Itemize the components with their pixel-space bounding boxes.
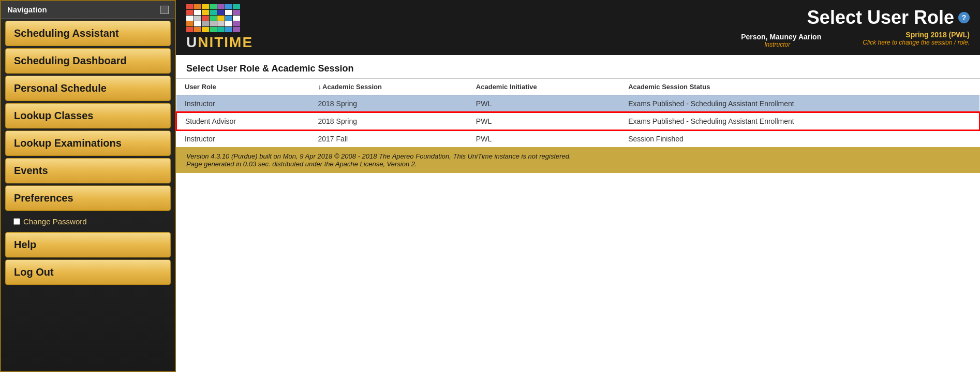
logo-time: TIME [214, 34, 253, 50]
sidebar-item-help[interactable]: Help [5, 232, 171, 257]
logo-blocks [186, 4, 240, 32]
sidebar-item-lookup-examinations[interactable]: Lookup Examinations [5, 131, 171, 156]
cell-academic-session: 2018 Spring [310, 112, 468, 130]
cell-academic-session: 2018 Spring [310, 95, 468, 113]
cell-academic-session-status: Exams Published - Scheduling Assistant E… [620, 95, 979, 113]
sidebar-item-events[interactable]: Events [5, 158, 171, 183]
col-user-role: User Role [176, 79, 310, 95]
col-academic-session-status: Academic Session Status [620, 79, 979, 95]
sidebar-item-scheduling-assistant[interactable]: Scheduling Assistant [5, 21, 171, 46]
user-name: Person, Mauney Aarion [741, 33, 821, 41]
change-session-link[interactable]: Click here to change the session / role. [863, 39, 970, 46]
cell-academic-initiative: PWL [468, 95, 620, 113]
sidebar: Navigation Scheduling Assistant Scheduli… [0, 0, 176, 372]
cell-user-role: Instructor [176, 95, 310, 113]
select-user-role-title: Select User Role [807, 7, 954, 28]
cell-academic-session: 2017 Fall [310, 130, 468, 147]
sidebar-item-change-password[interactable]: Change Password [5, 213, 171, 230]
help-badge[interactable]: ? [958, 12, 970, 23]
footer: Version 4.3.10 (Purdue) built on Mon, 9 … [176, 147, 980, 173]
cell-academic-initiative: PWL [468, 130, 620, 147]
page-title-header: Select User Role ? [741, 7, 970, 28]
sidebar-collapse-icon[interactable] [160, 6, 169, 14]
table-row[interactable]: Instructor 2018 Spring PWL Exams Publish… [176, 95, 979, 113]
col-academic-initiative: Academic Initiative [468, 79, 620, 95]
sidebar-item-lookup-classes[interactable]: Lookup Classes [5, 103, 171, 128]
header-right: Select User Role ? Person, Mauney Aarion… [741, 7, 970, 48]
role-label: Instructor [741, 41, 790, 48]
sidebar-item-log-out[interactable]: Log Out [5, 260, 171, 285]
table-row[interactable]: Instructor 2017 Fall PWL Session Finishe… [176, 130, 979, 147]
sidebar-item-preferences-label: Preferences [5, 185, 171, 211]
logo-area: UNITIME [186, 4, 253, 51]
logo-uni: UNI [186, 34, 214, 50]
cell-user-role: Instructor [176, 130, 310, 147]
sidebar-item-scheduling-dashboard[interactable]: Scheduling Dashboard [5, 48, 171, 74]
sidebar-item-personal-schedule[interactable]: Personal Schedule [5, 76, 171, 101]
role-table: User Role Academic Session Academic Init… [176, 79, 980, 147]
table-header-row: User Role Academic Session Academic Init… [176, 79, 979, 95]
header: UNITIME Select User Role ? Person, Maune… [176, 0, 980, 55]
table-row[interactable]: Student Advisor 2018 Spring PWL Exams Pu… [176, 112, 979, 130]
sidebar-header: Navigation [1, 1, 175, 19]
session-info: Spring 2018 (PWL) [863, 31, 970, 39]
content-area: Select User Role & Academic Session User… [176, 55, 980, 372]
cell-academic-session-status: Session Finished [620, 130, 979, 147]
user-name-group: Person, Mauney Aarion Instructor [741, 31, 821, 48]
cell-academic-initiative: PWL [468, 112, 620, 130]
session-group: Spring 2018 (PWL) Click here to change t… [863, 31, 970, 48]
cell-academic-session-status: Exams Published - Scheduling Assistant E… [620, 112, 979, 130]
change-password-label: Change Password [23, 217, 87, 226]
col-academic-session[interactable]: Academic Session [310, 79, 468, 95]
logo-text: UNITIME [186, 34, 253, 51]
footer-line2: Page generated in 0.03 sec. distributed … [186, 160, 970, 168]
cell-user-role: Student Advisor [176, 112, 310, 130]
footer-line1: Version 4.3.10 (Purdue) built on Mon, 9 … [186, 152, 970, 160]
content-title: Select User Role & Academic Session [176, 55, 980, 79]
main-content: UNITIME Select User Role ? Person, Maune… [176, 0, 980, 372]
navigation-label: Navigation [7, 5, 47, 14]
change-password-checkbox[interactable] [13, 218, 20, 225]
